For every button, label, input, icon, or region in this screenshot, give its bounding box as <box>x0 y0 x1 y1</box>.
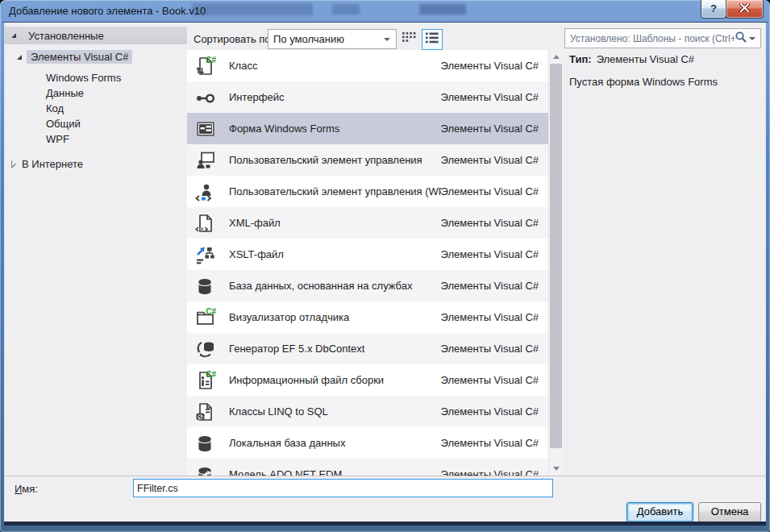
template-name: Пользовательский элемент управления (WPF… <box>229 185 441 197</box>
sort-combobox-value: По умолчанию <box>273 33 384 45</box>
sidebar-item-label: Установленные <box>28 30 104 42</box>
template-category: Элементы Visual C# <box>441 91 539 103</box>
scroll-up-button[interactable] <box>549 50 563 64</box>
expand-arrow-icon[interactable] <box>11 33 16 38</box>
sidebar-item-label: Код <box>46 102 64 114</box>
list-scrollbar[interactable] <box>548 50 563 476</box>
template-type-line: Тип:Элементы Visual C# <box>569 53 694 65</box>
template-list: C# Класс Элементы Visual C# Интерфейс Эл… <box>187 50 548 476</box>
sidebar-item-online[interactable]: В Интернете <box>11 156 83 172</box>
template-name: XML-файл <box>229 217 441 229</box>
sidebar-item-installed[interactable]: Установленные <box>4 27 187 44</box>
ado-edm-icon <box>195 464 216 476</box>
name-label: Имя: <box>15 483 38 495</box>
titlebar[interactable]: Добавление нового элемента - Book.v10 ? <box>0 0 770 23</box>
debugger-visualizer-icon: C# <box>195 307 216 328</box>
sort-combobox[interactable]: По умолчанию <box>268 29 397 49</box>
template-category: Элементы Visual C# <box>441 280 539 292</box>
help-icon: ? <box>710 2 717 15</box>
template-row[interactable]: Пользовательский элемент управления Элем… <box>187 144 548 176</box>
template-category: Элементы Visual C# <box>441 343 539 355</box>
sidebar-item-data[interactable]: Данные <box>46 85 84 101</box>
close-button[interactable] <box>726 0 764 19</box>
help-button[interactable]: ? <box>701 0 726 19</box>
collapse-arrow-icon[interactable] <box>11 160 16 168</box>
template-row[interactable]: C# Визуализатор отладчика Элементы Visua… <box>187 301 548 333</box>
sidebar-item-visual-csharp[interactable]: Элементы Visual C# <box>17 49 132 64</box>
sidebar-item-label: WPF <box>46 133 69 145</box>
sort-by-label: Сортировать по: <box>194 33 273 45</box>
close-icon <box>739 1 750 15</box>
add-new-item-dialog: Добавление нового элемента - Book.v10 ? … <box>0 0 770 532</box>
cancel-button[interactable]: Отмена <box>698 502 761 522</box>
sidebar-item-code[interactable]: Код <box>46 101 64 116</box>
sidebar-item-windows-forms[interactable]: Windows Forms <box>46 70 121 85</box>
list-view-icon <box>425 31 439 48</box>
template-row[interactable]: Пользовательский элемент управления (WPF… <box>187 176 548 207</box>
scroll-down-button[interactable] <box>549 462 563 476</box>
template-category: Элементы Visual C# <box>441 374 539 386</box>
template-name: Информационный файл сборки <box>229 374 441 386</box>
template-row[interactable]: Локальная база данных Элементы Visual C# <box>187 427 548 459</box>
svg-text:C#: C# <box>206 56 216 64</box>
template-description: Пустая форма Windows Forms <box>569 76 718 88</box>
template-category: Элементы Visual C# <box>441 123 539 135</box>
scroll-thumb[interactable] <box>550 64 562 448</box>
template-row[interactable]: C# Информационный файл сборки Элементы V… <box>187 364 548 396</box>
template-category: Элементы Visual C# <box>441 154 539 166</box>
svg-text:C#: C# <box>206 370 216 379</box>
local-database-icon <box>195 433 216 454</box>
view-small-icons-button[interactable] <box>399 29 418 48</box>
triangle-down-icon <box>553 467 560 471</box>
template-category: Элементы Visual C# <box>441 468 539 476</box>
window-bottom-frame <box>4 522 766 526</box>
view-list-button[interactable] <box>422 29 443 50</box>
template-row[interactable]: Интерфейс Элементы Visual C# <box>187 81 548 113</box>
template-row[interactable]: Генератор EF 5.x DbContext Элементы Visu… <box>187 333 548 364</box>
sidebar-item-label: Windows Forms <box>46 72 121 84</box>
sidebar-item-general[interactable]: Общий <box>46 116 81 131</box>
template-row[interactable]: Классы LINQ to SQL Элементы Visual C# <box>187 396 548 427</box>
xslt-file-icon <box>195 244 216 265</box>
linq-to-sql-icon <box>195 401 216 422</box>
template-row[interactable]: Форма Windows Forms Элементы Visual C# <box>187 113 548 144</box>
template-name: Локальная база данных <box>229 437 441 449</box>
usercontrol-icon <box>195 150 216 171</box>
winforms-form-icon <box>195 118 216 139</box>
sidebar-item-label: Данные <box>46 87 84 99</box>
template-row[interactable]: XML-файл Элементы Visual C# <box>187 207 548 239</box>
template-name: База данных, основанная на службах <box>229 280 441 292</box>
interface-icon <box>195 87 216 108</box>
template-category: Элементы Visual C# <box>441 437 539 449</box>
sidebar-item-label: В Интернете <box>22 158 83 170</box>
titlebar-ghosting <box>419 4 466 15</box>
sidebar-item-label: Общий <box>46 118 81 130</box>
template-category: Элементы Visual C# <box>441 217 539 229</box>
template-category: Элементы Visual C# <box>441 248 539 260</box>
triangle-up-icon <box>553 55 560 59</box>
chevron-down-icon <box>384 38 390 41</box>
template-row[interactable]: База данных, основанная на службах Элеме… <box>187 270 548 301</box>
dialog-body: Установленные Элементы Visual C#Windows … <box>4 23 766 522</box>
titlebar-ghosting <box>192 3 313 15</box>
grid-view-icon <box>402 31 416 47</box>
template-name: Пользовательский элемент управления <box>229 154 441 166</box>
search-box[interactable]: Установлено: Шаблоны - поиск (Ctrl+ <box>564 28 761 48</box>
template-row[interactable]: Модель ADO.NET EDM Элементы Visual C# <box>187 459 548 476</box>
template-row[interactable]: C# Класс Элементы Visual C# <box>187 50 548 81</box>
assembly-info-icon: C# <box>195 370 216 391</box>
sidebar-item-label: Элементы Visual C# <box>27 50 132 64</box>
template-category: Элементы Visual C# <box>441 311 539 323</box>
template-category: Элементы Visual C# <box>441 185 539 197</box>
template-category: Элементы Visual C# <box>441 405 539 418</box>
sidebar-item-wpf[interactable]: WPF <box>46 131 69 147</box>
template-name: Форма Windows Forms <box>229 123 441 135</box>
search-icon <box>735 31 747 47</box>
expand-arrow-icon[interactable] <box>17 55 22 60</box>
name-input[interactable] <box>133 479 553 497</box>
template-row[interactable]: XSLT-файл Элементы Visual C# <box>187 239 548 270</box>
wpf-usercontrol-icon <box>195 181 216 202</box>
add-button[interactable]: Добавить <box>626 502 693 522</box>
template-name: Модель ADO.NET EDM <box>229 468 441 476</box>
titlebar-ghosting <box>332 4 360 15</box>
